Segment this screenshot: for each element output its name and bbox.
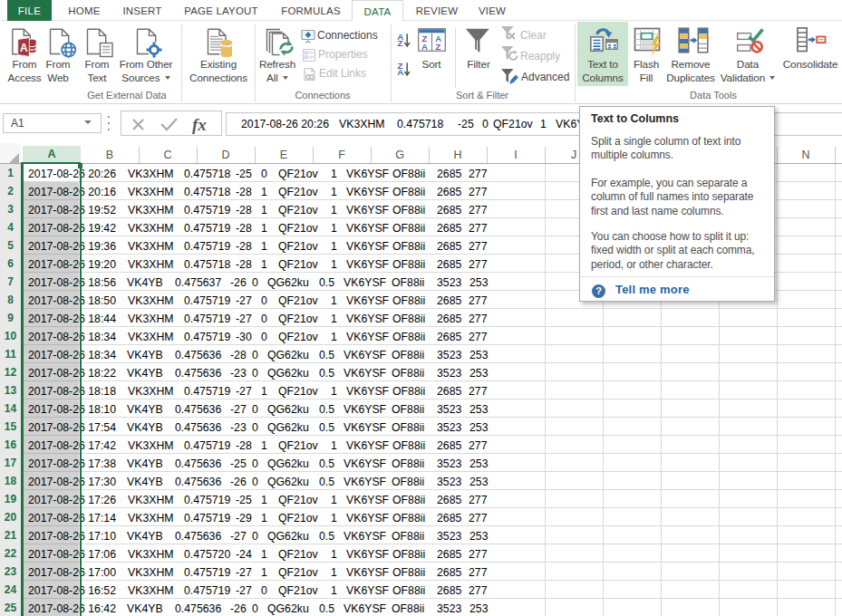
svg-text:A: A <box>397 67 403 77</box>
svg-text:fx: fx <box>192 115 207 134</box>
svg-text:A: A <box>421 42 428 52</box>
svg-text:Z: Z <box>436 42 441 52</box>
svg-text:A: A <box>20 42 28 54</box>
svg-text:Z: Z <box>398 38 403 48</box>
